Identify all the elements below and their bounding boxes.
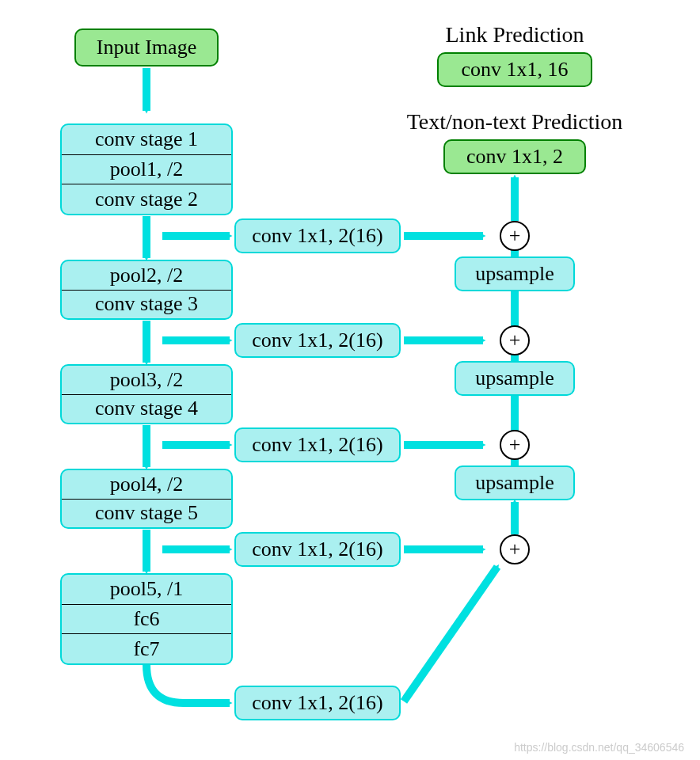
lateral-3-text: conv 1x1, 2(16) — [252, 433, 382, 457]
stage-4-block: pool4, /2 conv stage 5 — [60, 469, 233, 529]
upsample-2-text: upsample — [475, 367, 554, 390]
input-image-box: Input Image — [74, 28, 219, 66]
link-prediction-label: Link Prediction — [396, 22, 633, 48]
upsample-2: upsample — [455, 361, 575, 396]
lateral-conv-4: conv 1x1, 2(16) — [234, 532, 401, 567]
text-prediction-label: Text/non-text Prediction — [388, 109, 641, 135]
stage-1-block: conv stage 1 pool1, /2 conv stage 2 — [60, 124, 233, 215]
stage1-row2: conv stage 2 — [62, 184, 231, 214]
stage1-row0: conv stage 1 — [62, 125, 231, 154]
stage2-row1: conv stage 3 — [62, 290, 231, 319]
upsample-3-text: upsample — [475, 471, 554, 495]
lateral-conv-2: conv 1x1, 2(16) — [234, 323, 401, 358]
add-node-1: + — [500, 221, 530, 251]
upsample-1-text: upsample — [475, 262, 554, 286]
lateral-conv-1: conv 1x1, 2(16) — [234, 218, 401, 253]
stage-2-block: pool2, /2 conv stage 3 — [60, 260, 233, 320]
lateral-1-text: conv 1x1, 2(16) — [252, 224, 382, 248]
add-node-3: + — [500, 430, 530, 460]
stage5-row0: pool5, /1 — [62, 575, 231, 604]
lateral-conv-3: conv 1x1, 2(16) — [234, 428, 401, 462]
upsample-3: upsample — [455, 466, 575, 500]
stage4-row1: conv stage 5 — [62, 499, 231, 528]
link-prediction-box: conv 1x1, 16 — [437, 52, 592, 87]
lateral-conv-5: conv 1x1, 2(16) — [234, 686, 401, 720]
link-box-text: conv 1x1, 16 — [461, 58, 568, 82]
stage1-row1: pool1, /2 — [62, 154, 231, 184]
lateral-2-text: conv 1x1, 2(16) — [252, 329, 382, 352]
watermark: https://blog.csdn.net/qq_34606546 — [514, 741, 684, 754]
text-box-text: conv 1x1, 2 — [466, 145, 563, 169]
stage4-row0: pool4, /2 — [62, 470, 231, 499]
stage2-row0: pool2, /2 — [62, 261, 231, 290]
add-node-4: + — [500, 534, 530, 564]
add-node-2: + — [500, 325, 530, 355]
stage-5-block: pool5, /1 fc6 fc7 — [60, 573, 233, 665]
text-prediction-box: conv 1x1, 2 — [443, 139, 586, 174]
upsample-1: upsample — [455, 256, 575, 291]
input-label: Input Image — [97, 36, 196, 59]
lateral-4-text: conv 1x1, 2(16) — [252, 538, 382, 561]
stage3-row1: conv stage 4 — [62, 394, 231, 424]
stage-3-block: pool3, /2 conv stage 4 — [60, 364, 233, 424]
stage5-row2: fc7 — [62, 633, 231, 663]
stage5-row1: fc6 — [62, 604, 231, 634]
stage3-row0: pool3, /2 — [62, 366, 231, 394]
lateral-5-text: conv 1x1, 2(16) — [252, 691, 382, 715]
